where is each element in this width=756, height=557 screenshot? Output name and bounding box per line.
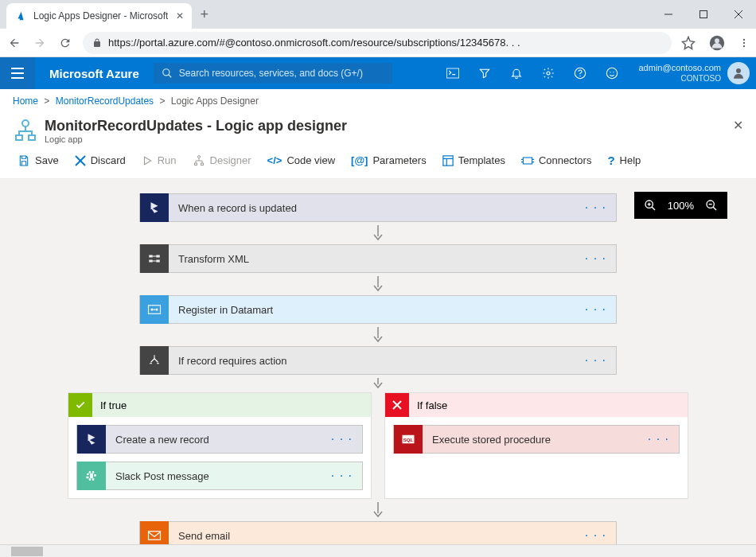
save-button[interactable]: Save — [10, 151, 67, 170]
nav-forward-icon[interactable] — [32, 37, 48, 49]
browser-tab[interactable]: Logic Apps Designer - Microsoft ✕ — [6, 3, 192, 29]
true-branch-header[interactable]: If true — [68, 393, 371, 417]
svg-point-44 — [151, 309, 154, 311]
discard-button[interactable]: Discard — [67, 151, 134, 169]
lock-icon — [92, 38, 102, 48]
breadcrumb-app[interactable]: MonitorRecordUpdates — [56, 95, 154, 107]
tab-close-icon[interactable]: ✕ — [176, 10, 184, 21]
x-icon — [385, 393, 409, 417]
create-record-card[interactable]: Create a new record · · · — [76, 425, 363, 454]
execute-sproc-card[interactable]: SQL Execute stored procedure · · · — [393, 425, 680, 454]
window-minimize[interactable] — [651, 2, 686, 26]
svg-text:SQL: SQL — [403, 438, 414, 442]
tenant-name: CONTOSO — [639, 74, 722, 84]
svg-point-20 — [613, 72, 614, 72]
svg-rect-23 — [16, 135, 22, 140]
designer-canvas[interactable]: 100% When a record is updated · · · Tran… — [0, 179, 756, 544]
directory-filter-icon[interactable] — [470, 57, 499, 89]
page-title: MonitorRecordUpdates - Logic app designe… — [45, 118, 347, 134]
zoom-control: 100% — [634, 192, 727, 219]
trigger-card[interactable]: When a record is updated · · · — [139, 193, 617, 222]
browser-chrome: Logic Apps Designer - Microsoft ✕ + http… — [0, 0, 756, 57]
page-subtitle: Logic app — [45, 134, 347, 144]
card-menu-icon[interactable]: · · · — [321, 469, 362, 483]
code-view-button[interactable]: </>Code view — [259, 151, 344, 169]
condition-icon — [140, 346, 169, 375]
svg-point-12 — [163, 69, 170, 76]
horizontal-scrollbar[interactable] — [0, 544, 756, 557]
zoom-level: 100% — [668, 200, 694, 212]
window-maximize[interactable] — [686, 2, 721, 26]
card-menu-icon[interactable]: · · · — [575, 251, 616, 266]
svg-point-6 — [743, 38, 745, 40]
mail-icon — [140, 521, 169, 544]
notifications-icon[interactable] — [502, 57, 531, 89]
svg-line-39 — [713, 207, 716, 210]
chrome-menu-icon[interactable] — [738, 37, 750, 49]
parameters-button[interactable]: [@]Parameters — [343, 151, 435, 169]
user-menu[interactable]: admin@contoso.com CONTOSO — [629, 62, 757, 84]
designer-button[interactable]: Designer — [185, 151, 259, 170]
svg-point-5 — [715, 38, 719, 43]
cloud-shell-icon[interactable] — [438, 57, 467, 89]
logic-app-icon — [13, 118, 38, 143]
condition-card[interactable]: If record requires action · · · — [139, 346, 617, 375]
help-button[interactable]: ?Help — [599, 150, 649, 170]
card-menu-icon[interactable]: · · · — [575, 302, 616, 317]
breadcrumb-home[interactable]: Home — [13, 95, 38, 107]
zoom-out-icon[interactable] — [705, 199, 718, 212]
false-branch-header[interactable]: If false — [385, 393, 688, 417]
window-close[interactable] — [721, 2, 756, 26]
xml-icon — [140, 244, 169, 273]
nav-back-icon[interactable] — [6, 37, 22, 49]
azure-favicon — [14, 10, 27, 22]
true-branch: If true Create a new record · · · Slack … — [68, 392, 372, 499]
slack-post-card[interactable]: Slack Post message · · · — [76, 462, 363, 490]
hamburger-menu[interactable] — [0, 57, 35, 89]
run-button[interactable]: Run — [134, 151, 185, 169]
blade-close-icon[interactable]: ✕ — [733, 118, 743, 133]
svg-rect-29 — [201, 163, 203, 166]
card-menu-icon[interactable]: · · · — [638, 432, 679, 446]
svg-point-45 — [156, 309, 158, 311]
svg-rect-14 — [446, 68, 458, 78]
card-menu-icon[interactable]: · · · — [575, 353, 616, 368]
search-placeholder: Search resources, services, and docs (G+… — [179, 68, 363, 79]
url-text: https://portal.azure.com/#@contoso.onmic… — [108, 37, 520, 49]
connectors-button[interactable]: Connectors — [513, 151, 599, 169]
api-icon — [140, 295, 169, 324]
register-datamart-card[interactable]: Register in Datamart · · · — [139, 295, 617, 324]
card-menu-icon[interactable]: · · · — [575, 201, 616, 215]
check-icon — [68, 393, 92, 417]
svg-point-8 — [743, 45, 745, 46]
help-icon[interactable] — [566, 57, 594, 89]
star-icon[interactable] — [681, 36, 696, 50]
new-tab-button[interactable]: + — [200, 6, 208, 23]
svg-rect-1 — [700, 11, 707, 18]
svg-rect-28 — [194, 163, 197, 166]
tab-title: Logic Apps Designer - Microsoft — [33, 10, 168, 21]
svg-rect-30 — [443, 155, 453, 165]
templates-button[interactable]: Templates — [435, 151, 513, 169]
card-menu-icon[interactable]: · · · — [321, 432, 362, 446]
address-bar[interactable]: https://portal.azure.com/#@contoso.onmic… — [83, 32, 672, 54]
nav-reload-icon[interactable] — [57, 37, 73, 49]
svg-point-17 — [579, 76, 580, 76]
flow-arrow — [139, 324, 617, 346]
send-email-card[interactable]: Send email · · · — [139, 521, 617, 544]
zoom-in-icon[interactable] — [644, 199, 657, 212]
svg-rect-24 — [29, 135, 35, 140]
flow-arrow — [139, 499, 617, 521]
card-menu-icon[interactable]: · · · — [575, 528, 616, 543]
feedback-icon[interactable] — [598, 57, 626, 89]
settings-icon[interactable] — [534, 57, 563, 89]
svg-point-27 — [197, 155, 200, 158]
transform-xml-card[interactable]: Transform XML · · · — [139, 244, 617, 273]
svg-point-18 — [606, 68, 617, 78]
user-email: admin@contoso.com — [639, 63, 722, 73]
global-search[interactable]: Search resources, services, and docs (G+… — [154, 63, 392, 84]
breadcrumb-current: Logic Apps Designer — [171, 95, 259, 107]
dynamics-icon — [140, 193, 169, 222]
false-branch: If false SQL Execute stored procedure · … — [384, 392, 688, 499]
profile-icon[interactable] — [708, 34, 726, 52]
